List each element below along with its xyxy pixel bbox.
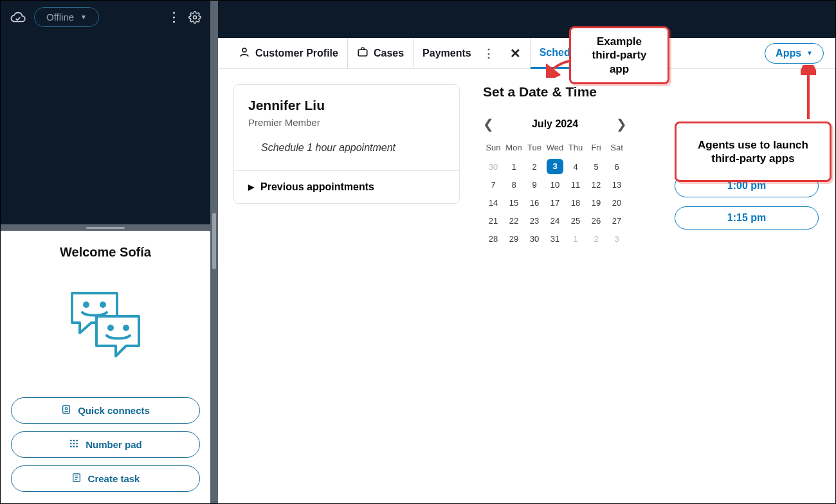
calendar-dow: Fri bbox=[586, 140, 606, 158]
calendar-day[interactable]: 4 bbox=[565, 158, 586, 176]
calendar-dow: Mon bbox=[504, 140, 524, 158]
panel-divider[interactable] bbox=[210, 1, 218, 503]
calendar-month-label: July 2024 bbox=[532, 118, 578, 130]
calendar-day[interactable]: 16 bbox=[524, 194, 545, 212]
calendar-day[interactable]: 27 bbox=[606, 212, 627, 230]
svg-point-7 bbox=[124, 326, 128, 330]
number-pad-label: Number pad bbox=[86, 439, 142, 450]
calendar-day[interactable]: 26 bbox=[586, 212, 606, 230]
svg-point-13 bbox=[70, 443, 72, 445]
main-header-dark bbox=[218, 1, 835, 38]
workspace-tabbar: Customer Profile Cases Payments ⋮ ✕ Sche… bbox=[218, 38, 835, 69]
svg-point-16 bbox=[70, 446, 72, 447]
triangle-right-icon: ▶ bbox=[248, 183, 254, 192]
customer-membership: Premier Member bbox=[248, 117, 445, 128]
dialpad-icon bbox=[69, 438, 79, 451]
svg-point-14 bbox=[73, 443, 75, 445]
calendar-day[interactable]: 19 bbox=[586, 194, 606, 212]
svg-point-0 bbox=[173, 12, 175, 14]
create-task-button[interactable]: Create task bbox=[11, 465, 200, 492]
quick-connects-button[interactable]: Quick connects bbox=[11, 397, 200, 424]
svg-point-1 bbox=[173, 16, 175, 18]
calendar-day[interactable]: 8 bbox=[504, 176, 524, 194]
arrow-to-apps-dropdown bbox=[801, 65, 816, 122]
calendar-dow: Sun bbox=[483, 140, 504, 158]
time-slot-button[interactable]: 1:15 pm bbox=[675, 206, 819, 230]
tab-cases[interactable]: Cases bbox=[348, 38, 413, 69]
tab-label: Customer Profile bbox=[255, 48, 338, 59]
calendar-day[interactable]: 22 bbox=[504, 212, 524, 230]
calendar-day[interactable]: 14 bbox=[483, 194, 504, 212]
tab-payments[interactable]: Payments ⋮ ✕ bbox=[413, 38, 531, 69]
calendar-day[interactable]: 31 bbox=[545, 230, 565, 248]
calendar-day[interactable]: 23 bbox=[524, 212, 545, 230]
svg-point-18 bbox=[77, 446, 78, 447]
agent-sidebar: Offline ▼ Welcome Sofía bbox=[1, 1, 210, 503]
calendar-day[interactable]: 17 bbox=[545, 194, 565, 212]
callout-apps-launcher: Agents use to launch third-party apps bbox=[675, 122, 831, 182]
svg-point-6 bbox=[109, 326, 113, 330]
calendar-day[interactable]: 21 bbox=[483, 212, 504, 230]
calendar-day[interactable]: 25 bbox=[565, 212, 586, 230]
calendar-day[interactable]: 29 bbox=[504, 230, 524, 248]
calendar-dow: Tue bbox=[524, 140, 545, 158]
calendar-day[interactable]: 28 bbox=[483, 230, 504, 248]
calendar-day: 2 bbox=[586, 230, 606, 248]
calendar-next-month[interactable]: ❯ bbox=[616, 116, 627, 132]
calendar-prev-month[interactable]: ❮ bbox=[483, 116, 494, 132]
callout-third-party-app: Example third-party app bbox=[569, 26, 669, 84]
svg-point-20 bbox=[242, 48, 246, 52]
calendar-day: 1 bbox=[565, 230, 586, 248]
calendar-day[interactable]: 10 bbox=[545, 176, 565, 194]
quick-connects-label: Quick connects bbox=[78, 405, 150, 416]
calendar-day[interactable]: 1 bbox=[504, 158, 524, 176]
main-workspace: Customer Profile Cases Payments ⋮ ✕ Sche… bbox=[218, 1, 835, 503]
agent-status-dropdown[interactable]: Offline ▼ bbox=[34, 7, 99, 27]
panel-resize-grip[interactable] bbox=[1, 224, 210, 231]
calendar-day[interactable]: 6 bbox=[606, 158, 627, 176]
person-icon bbox=[239, 46, 250, 60]
svg-point-3 bbox=[194, 15, 197, 19]
calendar-day[interactable]: 15 bbox=[504, 194, 524, 212]
more-vertical-icon[interactable] bbox=[172, 12, 176, 23]
tab-more-icon[interactable]: ⋮ bbox=[480, 46, 497, 60]
calendar-day[interactable]: 18 bbox=[565, 194, 586, 212]
calendar-day[interactable]: 12 bbox=[586, 176, 606, 194]
calendar-day[interactable]: 9 bbox=[524, 176, 545, 194]
calendar-grid: SunMonTueWedThuFriSat 301234567891011121… bbox=[483, 140, 627, 248]
welcome-heading: Welcome Sofía bbox=[60, 245, 151, 260]
svg-point-9 bbox=[65, 408, 67, 410]
calendar-day[interactable]: 5 bbox=[586, 158, 606, 176]
apps-dropdown[interactable]: Apps ▼ bbox=[765, 43, 824, 64]
calendar-day[interactable]: 24 bbox=[545, 212, 565, 230]
svg-point-11 bbox=[73, 440, 75, 442]
svg-point-15 bbox=[77, 443, 78, 445]
briefcase-icon bbox=[357, 46, 368, 60]
svg-point-4 bbox=[84, 303, 88, 307]
svg-point-10 bbox=[70, 440, 72, 442]
calendar-day[interactable]: 7 bbox=[483, 176, 504, 194]
calendar-day[interactable]: 3 bbox=[545, 158, 565, 176]
customer-name: Jennifer Liu bbox=[248, 98, 445, 113]
time-slots: 1:00 pm1:15 pm bbox=[675, 174, 819, 230]
sidebar-light-region: Welcome Sofía Quick connects Number pad bbox=[1, 231, 210, 503]
calendar-dow: Sat bbox=[606, 140, 627, 158]
calendar-day[interactable]: 11 bbox=[565, 176, 586, 194]
calendar-day[interactable]: 20 bbox=[606, 194, 627, 212]
number-pad-button[interactable]: Number pad bbox=[11, 431, 200, 458]
scrollbar-thumb[interactable] bbox=[212, 213, 216, 269]
date-time-heading: Set a Date & Time bbox=[483, 84, 627, 100]
calendar-day[interactable]: 30 bbox=[524, 230, 545, 248]
previous-appointments-toggle[interactable]: ▶ Previous appointments bbox=[234, 170, 459, 203]
tab-customer-profile[interactable]: Customer Profile bbox=[230, 38, 348, 69]
tab-close-icon[interactable]: ✕ bbox=[506, 46, 521, 61]
sidebar-topbar: Offline ▼ bbox=[1, 1, 210, 33]
settings-gear-icon[interactable] bbox=[188, 11, 201, 24]
previous-appointments-label: Previous appointments bbox=[260, 181, 374, 193]
calendar-day[interactable]: 2 bbox=[524, 158, 545, 176]
calendar-day[interactable]: 13 bbox=[606, 176, 627, 194]
svg-point-5 bbox=[101, 303, 105, 307]
task-list-icon bbox=[71, 473, 82, 485]
svg-point-17 bbox=[73, 446, 75, 447]
sidebar-dark-region: Offline ▼ bbox=[1, 1, 210, 224]
